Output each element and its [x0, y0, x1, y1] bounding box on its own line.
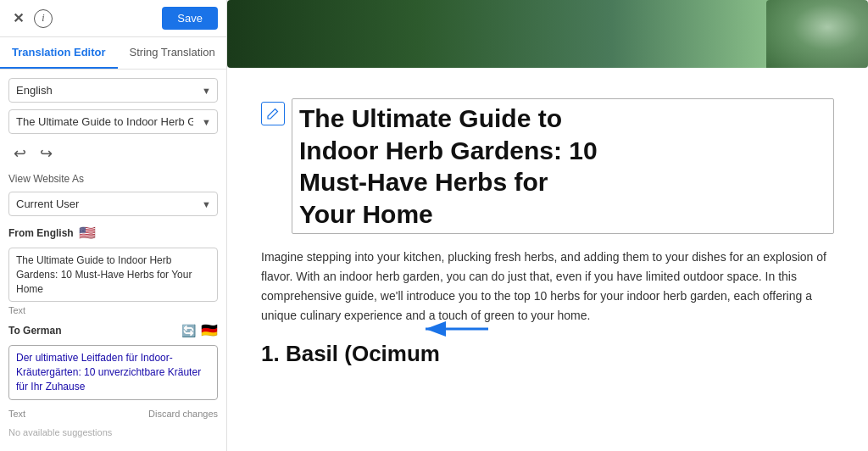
to-german-textarea[interactable]: Der ultimative Leitfaden für Indoor-Kräu…: [8, 345, 218, 399]
discard-changes-button[interactable]: Discard changes: [148, 409, 218, 419]
from-english-textarea[interactable]: The Ultimate Guide to Indoor Herb Garden…: [8, 248, 218, 302]
tabs-row: Translation Editor String Translation: [0, 37, 226, 70]
hero-image: [227, 0, 868, 68]
pencil-icon: [267, 108, 279, 120]
article-content: The Ultimate Guide to Indoor Herb Garden…: [227, 68, 868, 451]
language-select-wrapper: English German French Spanish ▼: [8, 78, 218, 103]
page-select[interactable]: The Ultimate Guide to Indoor Herb Garden…: [8, 109, 218, 134]
german-textarea-wrapper: Der ultimative Leitfaden für Indoor-Kräu…: [8, 345, 218, 403]
panel-body: English German French Spanish ▼ The Ulti…: [0, 70, 226, 451]
view-as-select[interactable]: Current User Guest Admin: [8, 192, 218, 216]
field-type-german-label: Text: [8, 409, 25, 419]
save-button[interactable]: Save: [162, 7, 218, 30]
article-area: The Ultimate Guide to Indoor Herb Garden…: [261, 85, 834, 367]
left-panel: ✕ i Save Translation Editor String Trans…: [0, 0, 227, 451]
tab-translation-editor[interactable]: Translation Editor: [0, 37, 118, 69]
to-german-row: To German 🔄 🇩🇪: [8, 322, 218, 338]
german-flag-icon: 🇩🇪: [201, 322, 218, 338]
language-select[interactable]: English German French Spanish: [8, 78, 218, 103]
to-german-label: To German: [8, 325, 61, 337]
top-bar-left: ✕ i: [8, 9, 53, 28]
nav-arrows: ↩ ↪: [8, 141, 218, 166]
edit-title-button[interactable]: [261, 102, 285, 125]
title-edit-wrapper: The Ultimate Guide to Indoor Herb Garden…: [261, 98, 834, 234]
section-heading: 1. Basil (Ocimum: [261, 341, 834, 367]
discard-row: Text Discard changes: [8, 409, 218, 419]
forward-arrow-button[interactable]: ↪: [36, 142, 56, 164]
view-as-select-wrapper: Current User Guest Admin ▼: [8, 192, 218, 216]
right-panel: The Ultimate Guide to Indoor Herb Garden…: [227, 0, 868, 451]
no-suggestions-label: No available suggestions: [8, 427, 218, 437]
tab-string-translation[interactable]: String Translation: [118, 37, 227, 69]
page-select-wrapper: The Ultimate Guide to Indoor Herb Garden…: [8, 109, 218, 134]
info-button[interactable]: i: [34, 9, 53, 28]
english-flag-icon: 🇺🇸: [79, 225, 96, 241]
article-title: The Ultimate Guide to Indoor Herb Garden…: [299, 103, 826, 230]
ai-generate-icon[interactable]: 🔄: [181, 324, 196, 337]
from-english-label: From English 🇺🇸: [8, 225, 218, 241]
back-arrow-button[interactable]: ↩: [10, 142, 30, 164]
close-button[interactable]: ✕: [8, 9, 27, 28]
from-english-field-type: Text: [8, 305, 218, 315]
article-body: Imagine stepping into your kitchen, pluc…: [261, 248, 834, 326]
from-english-text: From English: [8, 227, 74, 239]
view-website-as-label: View Website As: [8, 173, 218, 185]
top-bar: ✕ i Save: [0, 0, 226, 37]
to-german-right: 🔄 🇩🇪: [181, 322, 218, 338]
title-outlined-box: The Ultimate Guide to Indoor Herb Garden…: [292, 98, 834, 234]
